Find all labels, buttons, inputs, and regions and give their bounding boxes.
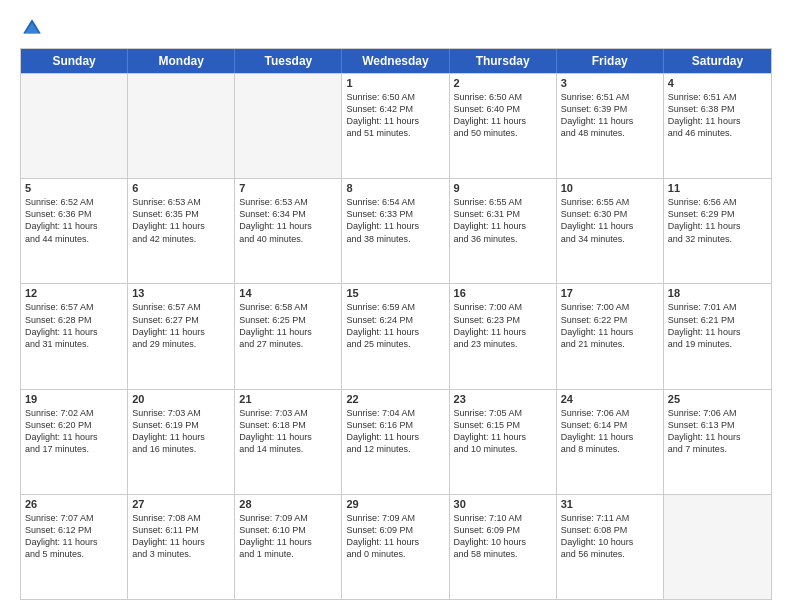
- day-cell-25: 25Sunrise: 7:06 AM Sunset: 6:13 PM Dayli…: [664, 390, 771, 494]
- calendar: SundayMondayTuesdayWednesdayThursdayFrid…: [20, 48, 772, 600]
- day-number: 21: [239, 393, 337, 405]
- calendar-row-3: 19Sunrise: 7:02 AM Sunset: 6:20 PM Dayli…: [21, 389, 771, 494]
- day-number: 18: [668, 287, 767, 299]
- day-cell-14: 14Sunrise: 6:58 AM Sunset: 6:25 PM Dayli…: [235, 284, 342, 388]
- day-info: Sunrise: 7:11 AM Sunset: 6:08 PM Dayligh…: [561, 512, 659, 561]
- header-day-monday: Monday: [128, 49, 235, 73]
- day-cell-12: 12Sunrise: 6:57 AM Sunset: 6:28 PM Dayli…: [21, 284, 128, 388]
- day-number: 16: [454, 287, 552, 299]
- day-number: 23: [454, 393, 552, 405]
- day-info: Sunrise: 6:58 AM Sunset: 6:25 PM Dayligh…: [239, 301, 337, 350]
- day-cell-1: 1Sunrise: 6:50 AM Sunset: 6:42 PM Daylig…: [342, 74, 449, 178]
- calendar-row-2: 12Sunrise: 6:57 AM Sunset: 6:28 PM Dayli…: [21, 283, 771, 388]
- day-cell-4: 4Sunrise: 6:51 AM Sunset: 6:38 PM Daylig…: [664, 74, 771, 178]
- day-number: 24: [561, 393, 659, 405]
- day-cell-8: 8Sunrise: 6:54 AM Sunset: 6:33 PM Daylig…: [342, 179, 449, 283]
- day-cell-9: 9Sunrise: 6:55 AM Sunset: 6:31 PM Daylig…: [450, 179, 557, 283]
- day-cell-20: 20Sunrise: 7:03 AM Sunset: 6:19 PM Dayli…: [128, 390, 235, 494]
- day-number: 22: [346, 393, 444, 405]
- day-info: Sunrise: 7:10 AM Sunset: 6:09 PM Dayligh…: [454, 512, 552, 561]
- day-number: 14: [239, 287, 337, 299]
- calendar-row-1: 5Sunrise: 6:52 AM Sunset: 6:36 PM Daylig…: [21, 178, 771, 283]
- day-cell-28: 28Sunrise: 7:09 AM Sunset: 6:10 PM Dayli…: [235, 495, 342, 599]
- day-info: Sunrise: 7:06 AM Sunset: 6:13 PM Dayligh…: [668, 407, 767, 456]
- day-info: Sunrise: 6:57 AM Sunset: 6:28 PM Dayligh…: [25, 301, 123, 350]
- day-cell-13: 13Sunrise: 6:57 AM Sunset: 6:27 PM Dayli…: [128, 284, 235, 388]
- day-info: Sunrise: 6:57 AM Sunset: 6:27 PM Dayligh…: [132, 301, 230, 350]
- day-info: Sunrise: 7:03 AM Sunset: 6:19 PM Dayligh…: [132, 407, 230, 456]
- day-number: 6: [132, 182, 230, 194]
- header-day-saturday: Saturday: [664, 49, 771, 73]
- day-cell-31: 31Sunrise: 7:11 AM Sunset: 6:08 PM Dayli…: [557, 495, 664, 599]
- day-info: Sunrise: 7:05 AM Sunset: 6:15 PM Dayligh…: [454, 407, 552, 456]
- day-cell-18: 18Sunrise: 7:01 AM Sunset: 6:21 PM Dayli…: [664, 284, 771, 388]
- day-cell-21: 21Sunrise: 7:03 AM Sunset: 6:18 PM Dayli…: [235, 390, 342, 494]
- day-cell-empty-0-2: [235, 74, 342, 178]
- day-number: 31: [561, 498, 659, 510]
- day-info: Sunrise: 7:04 AM Sunset: 6:16 PM Dayligh…: [346, 407, 444, 456]
- day-info: Sunrise: 7:09 AM Sunset: 6:09 PM Dayligh…: [346, 512, 444, 561]
- day-info: Sunrise: 6:50 AM Sunset: 6:40 PM Dayligh…: [454, 91, 552, 140]
- day-cell-empty-0-1: [128, 74, 235, 178]
- day-cell-27: 27Sunrise: 7:08 AM Sunset: 6:11 PM Dayli…: [128, 495, 235, 599]
- day-number: 30: [454, 498, 552, 510]
- day-info: Sunrise: 6:54 AM Sunset: 6:33 PM Dayligh…: [346, 196, 444, 245]
- day-cell-6: 6Sunrise: 6:53 AM Sunset: 6:35 PM Daylig…: [128, 179, 235, 283]
- day-cell-empty-4-6: [664, 495, 771, 599]
- logo: [20, 16, 48, 40]
- calendar-body: 1Sunrise: 6:50 AM Sunset: 6:42 PM Daylig…: [21, 73, 771, 599]
- day-number: 9: [454, 182, 552, 194]
- day-info: Sunrise: 7:00 AM Sunset: 6:23 PM Dayligh…: [454, 301, 552, 350]
- day-number: 11: [668, 182, 767, 194]
- page-header: [20, 16, 772, 40]
- day-number: 4: [668, 77, 767, 89]
- day-number: 27: [132, 498, 230, 510]
- calendar-row-0: 1Sunrise: 6:50 AM Sunset: 6:42 PM Daylig…: [21, 73, 771, 178]
- day-info: Sunrise: 6:50 AM Sunset: 6:42 PM Dayligh…: [346, 91, 444, 140]
- day-info: Sunrise: 7:03 AM Sunset: 6:18 PM Dayligh…: [239, 407, 337, 456]
- day-info: Sunrise: 6:56 AM Sunset: 6:29 PM Dayligh…: [668, 196, 767, 245]
- day-info: Sunrise: 7:00 AM Sunset: 6:22 PM Dayligh…: [561, 301, 659, 350]
- day-number: 7: [239, 182, 337, 194]
- day-cell-7: 7Sunrise: 6:53 AM Sunset: 6:34 PM Daylig…: [235, 179, 342, 283]
- day-info: Sunrise: 7:08 AM Sunset: 6:11 PM Dayligh…: [132, 512, 230, 561]
- day-cell-16: 16Sunrise: 7:00 AM Sunset: 6:23 PM Dayli…: [450, 284, 557, 388]
- header-day-tuesday: Tuesday: [235, 49, 342, 73]
- day-cell-17: 17Sunrise: 7:00 AM Sunset: 6:22 PM Dayli…: [557, 284, 664, 388]
- header-day-wednesday: Wednesday: [342, 49, 449, 73]
- day-number: 29: [346, 498, 444, 510]
- day-cell-3: 3Sunrise: 6:51 AM Sunset: 6:39 PM Daylig…: [557, 74, 664, 178]
- day-number: 1: [346, 77, 444, 89]
- day-cell-22: 22Sunrise: 7:04 AM Sunset: 6:16 PM Dayli…: [342, 390, 449, 494]
- day-info: Sunrise: 6:51 AM Sunset: 6:39 PM Dayligh…: [561, 91, 659, 140]
- day-info: Sunrise: 7:01 AM Sunset: 6:21 PM Dayligh…: [668, 301, 767, 350]
- day-number: 5: [25, 182, 123, 194]
- calendar-row-4: 26Sunrise: 7:07 AM Sunset: 6:12 PM Dayli…: [21, 494, 771, 599]
- day-cell-19: 19Sunrise: 7:02 AM Sunset: 6:20 PM Dayli…: [21, 390, 128, 494]
- day-cell-30: 30Sunrise: 7:10 AM Sunset: 6:09 PM Dayli…: [450, 495, 557, 599]
- day-number: 25: [668, 393, 767, 405]
- logo-icon: [20, 16, 44, 40]
- day-number: 19: [25, 393, 123, 405]
- day-cell-15: 15Sunrise: 6:59 AM Sunset: 6:24 PM Dayli…: [342, 284, 449, 388]
- day-info: Sunrise: 7:09 AM Sunset: 6:10 PM Dayligh…: [239, 512, 337, 561]
- day-number: 3: [561, 77, 659, 89]
- day-info: Sunrise: 7:07 AM Sunset: 6:12 PM Dayligh…: [25, 512, 123, 561]
- calendar-header: SundayMondayTuesdayWednesdayThursdayFrid…: [21, 49, 771, 73]
- header-day-sunday: Sunday: [21, 49, 128, 73]
- day-cell-2: 2Sunrise: 6:50 AM Sunset: 6:40 PM Daylig…: [450, 74, 557, 178]
- day-number: 26: [25, 498, 123, 510]
- day-info: Sunrise: 6:59 AM Sunset: 6:24 PM Dayligh…: [346, 301, 444, 350]
- day-number: 13: [132, 287, 230, 299]
- day-cell-5: 5Sunrise: 6:52 AM Sunset: 6:36 PM Daylig…: [21, 179, 128, 283]
- day-cell-26: 26Sunrise: 7:07 AM Sunset: 6:12 PM Dayli…: [21, 495, 128, 599]
- header-day-thursday: Thursday: [450, 49, 557, 73]
- day-cell-empty-0-0: [21, 74, 128, 178]
- day-info: Sunrise: 6:52 AM Sunset: 6:36 PM Dayligh…: [25, 196, 123, 245]
- day-info: Sunrise: 6:55 AM Sunset: 6:31 PM Dayligh…: [454, 196, 552, 245]
- day-number: 10: [561, 182, 659, 194]
- day-cell-10: 10Sunrise: 6:55 AM Sunset: 6:30 PM Dayli…: [557, 179, 664, 283]
- day-cell-29: 29Sunrise: 7:09 AM Sunset: 6:09 PM Dayli…: [342, 495, 449, 599]
- day-number: 20: [132, 393, 230, 405]
- day-info: Sunrise: 6:55 AM Sunset: 6:30 PM Dayligh…: [561, 196, 659, 245]
